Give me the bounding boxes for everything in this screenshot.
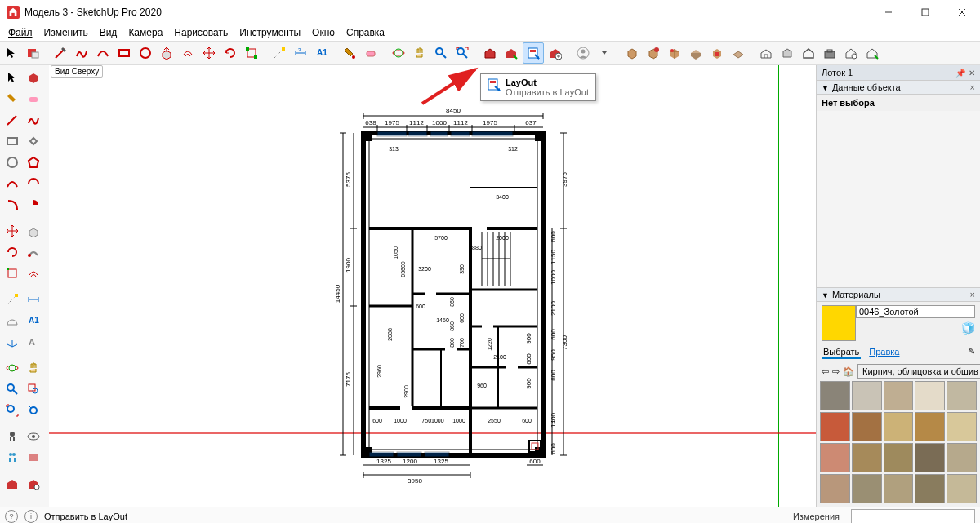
text-icon[interactable]: A1 [312,43,332,63]
lt-look-icon[interactable] [23,426,43,446]
extwarehouse-icon[interactable] [546,43,565,63]
solid2-icon[interactable] [644,43,663,63]
panel-close-icon[interactable]: × [970,82,975,92]
materials-tab-select[interactable]: Выбрать [822,346,861,359]
dropdown-icon[interactable] [595,43,614,63]
tape-icon[interactable] [270,43,289,63]
lt-circle-icon[interactable] [2,152,22,172]
material-swatch[interactable] [822,305,856,341]
lt-paint-icon[interactable] [2,88,22,109]
menu-help[interactable]: Справка [341,25,390,40]
scale-icon[interactable] [242,43,261,63]
minimize-button[interactable] [870,0,906,24]
lt-pushpull-icon[interactable] [23,220,43,241]
line-tool-icon[interactable] [51,43,70,63]
pan-icon[interactable] [410,43,430,63]
solid3-icon[interactable] [665,43,684,63]
zoom-icon[interactable] [431,43,451,63]
lt-zoom-icon[interactable] [2,379,22,399]
close-button[interactable] [943,0,980,24]
lt-move-icon[interactable] [2,220,22,241]
model1-icon[interactable] [756,43,776,63]
texture-thumb[interactable] [915,381,945,410]
texture-thumb[interactable] [915,443,945,472]
menu-file[interactable]: Файл [3,25,38,40]
lt-wh1-icon[interactable] [2,473,22,494]
lt-select-icon[interactable] [2,67,22,87]
lt-tape-icon[interactable] [2,289,22,309]
circle-icon[interactable] [136,43,155,63]
texture-thumb[interactable] [884,412,914,441]
nav-back-icon[interactable]: ⇦ [822,366,829,377]
materials-header[interactable]: ▼Материалы × [817,287,980,302]
tray-title[interactable]: Лоток 1 📌✕ [817,65,980,80]
material-category-combo[interactable]: Кирпич, облицовка и обшив [858,364,980,379]
lt-arc3-icon[interactable] [2,194,22,215]
dim-icon[interactable]: 3 [291,43,310,63]
user-icon[interactable] [573,43,593,63]
lt-prev-icon[interactable] [23,400,43,420]
lt-3dtext-icon[interactable]: A [23,331,43,352]
paint-icon[interactable] [340,43,359,63]
tray-close-icon[interactable]: ✕ [969,69,975,78]
lt-followme-icon[interactable] [23,242,43,262]
menu-tools[interactable]: Инструменты [234,25,305,40]
lt-section-icon[interactable] [23,447,43,468]
texture-thumb[interactable] [947,412,977,441]
lt-zoomext-icon[interactable] [2,400,22,420]
house3-icon[interactable] [862,43,882,63]
lt-zoomwin-icon[interactable] [23,379,43,399]
lt-pie-icon[interactable] [23,194,43,215]
texture-thumb[interactable] [852,474,882,503]
texture-thumb[interactable] [947,381,977,410]
rect-icon[interactable] [114,43,134,63]
plugin-icon[interactable] [23,43,42,63]
lt-scale-icon[interactable] [2,263,22,283]
solid6-icon[interactable] [728,43,748,63]
lt-line-icon[interactable] [2,109,22,130]
nav-fwd-icon[interactable]: ⇨ [832,366,840,377]
layout-icon[interactable] [523,42,544,64]
lt-protractor-icon[interactable] [2,310,22,330]
panel-close-icon-2[interactable]: × [970,290,975,299]
lt-pan-icon[interactable] [23,357,43,378]
lt-rotate-icon[interactable] [2,242,22,262]
lt-dim-icon[interactable] [23,289,43,309]
texture-thumb[interactable] [915,474,945,503]
zoom-extents-icon[interactable] [452,43,472,63]
texture-thumb[interactable] [947,443,977,472]
rotate-icon[interactable] [220,43,240,63]
lt-arc1-icon[interactable] [2,173,22,193]
lt-freehand-icon[interactable] [23,109,43,130]
pin-icon[interactable]: 📌 [956,69,965,78]
new-material-icon[interactable]: 🧊 [961,321,975,335]
3dwarehouse1-icon[interactable] [480,43,500,63]
texture-thumb[interactable] [852,443,882,472]
house2-icon[interactable] [841,43,861,63]
eyedropper-icon[interactable]: ✎ [968,346,975,359]
texture-thumb[interactable] [884,381,914,410]
menu-draw[interactable]: Нарисовать [169,25,233,40]
lt-text-icon[interactable]: A1 [23,310,43,330]
lt-poly-icon[interactable] [23,152,43,172]
texture-thumb[interactable] [915,412,945,441]
menu-camera[interactable]: Камера [123,25,167,40]
lt-arc2-icon[interactable] [23,173,43,193]
lt-rotrect-icon[interactable] [23,131,43,151]
lt-make-icon[interactable] [23,67,43,87]
texture-thumb[interactable] [884,443,914,472]
house1-icon[interactable] [799,43,818,63]
view-tab[interactable]: Вид Сверху [51,65,103,78]
eraser-icon[interactable] [361,43,381,63]
pushpull-icon[interactable] [157,43,176,63]
lt-rect-icon[interactable] [2,131,22,151]
menu-edit[interactable]: Изменить [39,25,93,40]
entity-info-header[interactable]: ▼Данные объекта × [817,80,980,95]
maximize-button[interactable] [906,0,943,24]
texture-thumb[interactable] [852,412,882,441]
texture-thumb[interactable] [820,443,850,472]
lt-position-icon[interactable] [2,426,22,446]
lt-orbit-icon[interactable] [2,357,22,378]
menu-view[interactable]: Вид [95,25,122,40]
solid5-icon[interactable] [707,43,727,63]
